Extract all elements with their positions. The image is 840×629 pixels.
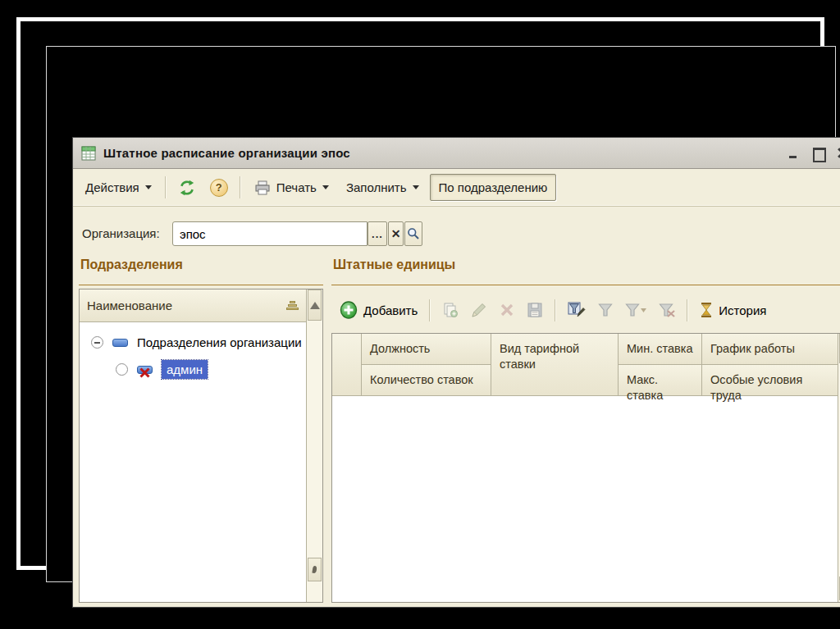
funnel-off-icon <box>659 303 675 317</box>
fill-label: Заполнить <box>346 180 407 194</box>
add-label: Добавить <box>363 303 418 317</box>
copy-icon <box>442 302 459 318</box>
dropdown-caret-icon <box>413 185 419 189</box>
departments-section-title: Подразделения <box>80 258 183 277</box>
organization-clear-button[interactable]: ✕ <box>388 221 404 246</box>
dropdown-caret-icon <box>322 185 329 189</box>
add-button[interactable]: Добавить <box>336 299 421 321</box>
staff-units-toolbar: Добавить <box>331 290 840 330</box>
edit-button[interactable] <box>468 300 491 320</box>
staff-units-table: Должность Количество ставок Вид тарифной… <box>331 333 840 603</box>
staff-units-section-title: Штатные единицы <box>333 258 455 277</box>
organization-label: Организация: <box>82 220 160 248</box>
tree-scrollbar[interactable] <box>306 289 322 602</box>
tree-body: Подразделения организации <box>80 322 306 602</box>
printer-icon <box>254 180 271 195</box>
deletion-mark-icon <box>139 367 150 378</box>
app-table-icon <box>81 146 96 161</box>
window-title: Штатное расписание организации эпос <box>103 146 781 160</box>
tree-item-label: Подразделения организации <box>137 335 302 349</box>
organization-input[interactable] <box>172 221 368 246</box>
toolbar-separator <box>429 299 431 321</box>
tree-column-header-label: Наименование <box>87 299 172 312</box>
col-header-tariff-kind[interactable]: Вид тарифной ставки <box>491 334 619 396</box>
refresh-icon <box>178 179 196 197</box>
tree-column-header[interactable]: Наименование <box>80 289 306 322</box>
col-header-position[interactable]: Должность <box>362 334 491 365</box>
col-header-special-conditions[interactable]: Особые условия труда <box>702 365 838 396</box>
hourglass-icon <box>700 302 713 318</box>
history-label: История <box>719 303 766 317</box>
organization-row: Организация: ... ✕ <box>73 220 840 248</box>
scroll-up-button[interactable] <box>308 289 322 321</box>
add-copy-button[interactable] <box>439 300 462 320</box>
tree-row-admin[interactable]: админ <box>80 356 306 383</box>
tree-item-label-selected: админ <box>162 360 208 379</box>
app-window: Штатное расписание организации эпос Дейс… <box>72 137 840 608</box>
fill-menu-button[interactable]: Заполнить <box>340 175 426 199</box>
table-body-empty[interactable] <box>332 396 838 602</box>
col-header-max-rate[interactable]: Макс. ставка <box>619 365 702 396</box>
staff-units-caption-rule <box>331 285 840 285</box>
scroll-down-button[interactable] <box>308 558 322 581</box>
history-button[interactable]: История <box>696 299 769 321</box>
leaf-expander-icon[interactable] <box>116 363 128 376</box>
col-header-rate-count[interactable]: Количество ставок <box>362 365 491 396</box>
write-button[interactable] <box>523 300 546 320</box>
col-header-work-schedule[interactable]: График работы <box>702 334 838 365</box>
window-controls <box>788 148 840 158</box>
col-header-min-rate[interactable]: Мин. ставка <box>619 334 702 365</box>
tree-row-departments-root[interactable]: Подразделения организации <box>80 329 306 356</box>
by-department-toggle[interactable]: По подразделению <box>430 174 557 201</box>
actions-menu-button[interactable]: Действия <box>79 175 158 199</box>
department-deleted-icon <box>137 363 153 376</box>
refresh-button[interactable] <box>173 177 201 198</box>
dropdown-caret-icon <box>145 185 152 189</box>
toolbar-separator <box>240 176 241 198</box>
floppy-icon <box>527 302 543 318</box>
delete-button[interactable] <box>496 301 518 319</box>
table-header: Должность Количество ставок Вид тарифной… <box>332 334 838 396</box>
sort-icon <box>286 301 299 310</box>
scroll-glyph <box>312 566 317 574</box>
magnifier-icon <box>407 227 420 240</box>
row-selector-header[interactable] <box>332 334 362 396</box>
maximize-button[interactable] <box>813 148 824 158</box>
toolbar-separator <box>687 299 688 321</box>
toolbar-separator <box>555 299 556 321</box>
department-group-icon <box>112 336 128 349</box>
filter-by-value-button[interactable] <box>595 301 616 319</box>
filter-edit-icon <box>568 302 586 318</box>
departments-tree-panel: Наименование Подразделения организации <box>79 289 323 603</box>
actions-label: Действия <box>85 180 139 194</box>
set-filter-sort-button[interactable] <box>564 300 589 320</box>
pencil-icon <box>471 302 487 318</box>
print-menu-button[interactable]: Печать <box>248 175 336 200</box>
organization-choose-button[interactable]: ... <box>368 221 387 246</box>
main-toolbar: Действия ? <box>73 169 840 207</box>
toolbar-separator <box>165 176 167 198</box>
add-icon <box>340 301 358 319</box>
funnel-dropdown-icon <box>625 303 646 317</box>
slide-frame: Штатное расписание организации эпос Дейс… <box>16 17 824 570</box>
funnel-icon <box>598 303 613 317</box>
screenshot-area: Штатное расписание организации эпос Дейс… <box>46 46 836 582</box>
print-label: Печать <box>276 180 317 194</box>
help-icon: ? <box>210 179 228 197</box>
minimize-button[interactable] <box>788 148 799 158</box>
delete-x-icon <box>500 303 514 317</box>
departments-caption-rule <box>79 285 323 285</box>
help-button[interactable]: ? <box>205 177 233 198</box>
disable-filter-button[interactable] <box>655 301 678 319</box>
organization-open-button[interactable] <box>404 221 422 246</box>
filter-history-button[interactable] <box>622 301 650 319</box>
collapse-expander-icon[interactable] <box>91 336 103 349</box>
titlebar[interactable]: Штатное расписание организации эпос <box>73 138 840 169</box>
